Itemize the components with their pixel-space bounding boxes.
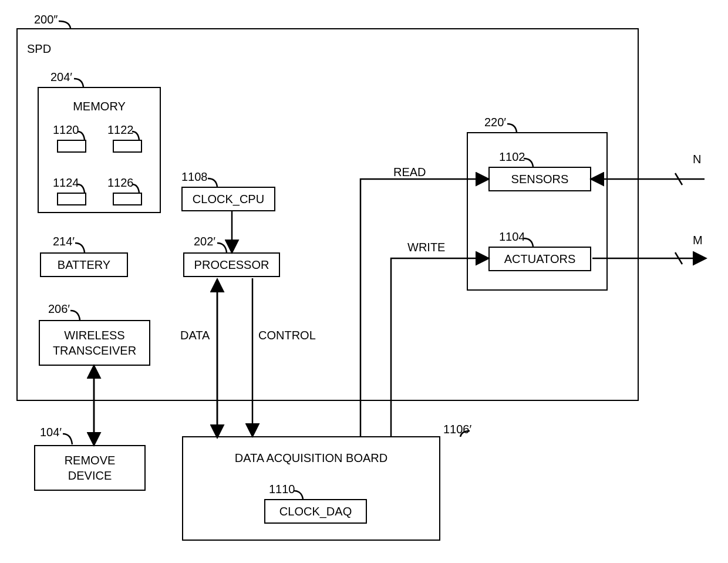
ref-1122: 1122: [107, 123, 134, 137]
battery-label: BATTERY: [58, 257, 110, 272]
sensors-label: SENSORS: [511, 171, 569, 187]
ref-1106: 1106′: [443, 423, 471, 436]
processor-box: PROCESSOR: [183, 252, 280, 277]
actuators-box: ACTUATORS: [488, 247, 591, 271]
mem-box-1120: [57, 140, 86, 153]
clock-cpu-box: CLOCK_CPU: [181, 187, 275, 211]
svg-line-7: [675, 173, 682, 185]
ref-1124: 1124: [53, 176, 79, 190]
ref-104: 104′: [40, 426, 62, 439]
wireless-label: WIRELESS TRANSCEIVER: [53, 328, 136, 358]
ref-1120: 1120: [53, 123, 79, 137]
daq-box: DATA ACQUISITION BOARD: [182, 436, 440, 541]
read-label: READ: [393, 166, 426, 179]
data-label: DATA: [180, 329, 210, 342]
memory-label: MEMORY: [73, 99, 126, 114]
ref-206: 206′: [48, 302, 70, 316]
write-label: WRITE: [407, 241, 445, 254]
battery-box: BATTERY: [40, 252, 128, 277]
mem-box-1124: [57, 193, 86, 205]
control-label: CONTROL: [258, 329, 316, 342]
clock-daq-label: CLOCK_DAQ: [279, 504, 352, 519]
ref-1108: 1108: [181, 170, 208, 184]
ref-202: 202′: [194, 235, 215, 248]
ref-1110: 1110: [269, 483, 295, 496]
spd-label: SPD: [27, 42, 51, 56]
ref-1104: 1104: [499, 230, 525, 244]
wireless-transceiver-box: WIRELESS TRANSCEIVER: [39, 320, 150, 366]
ref-200: 200″: [34, 13, 58, 26]
n-label: N: [693, 153, 701, 166]
ref-1102: 1102: [499, 150, 525, 164]
ref-220: 220′: [484, 116, 506, 129]
clock-daq-box: CLOCK_DAQ: [264, 499, 367, 524]
svg-line-9: [675, 252, 682, 264]
sensors-box: SENSORS: [488, 167, 591, 191]
ref-214: 214′: [53, 235, 75, 248]
daq-label: DATA ACQUISITION BOARD: [235, 450, 387, 466]
remove-device-label: REMOVE DEVICE: [65, 453, 116, 483]
actuators-label: ACTUATORS: [504, 251, 576, 267]
m-label: M: [693, 234, 703, 247]
clock-cpu-label: CLOCK_CPU: [193, 191, 264, 207]
memory-box: MEMORY: [38, 87, 161, 213]
ref-1126: 1126: [107, 176, 134, 190]
mem-box-1122: [113, 140, 142, 153]
mem-box-1126: [113, 193, 142, 205]
ref-204: 204′: [50, 70, 72, 84]
processor-label: PROCESSOR: [194, 257, 269, 272]
remove-device-box: REMOVE DEVICE: [34, 445, 146, 491]
